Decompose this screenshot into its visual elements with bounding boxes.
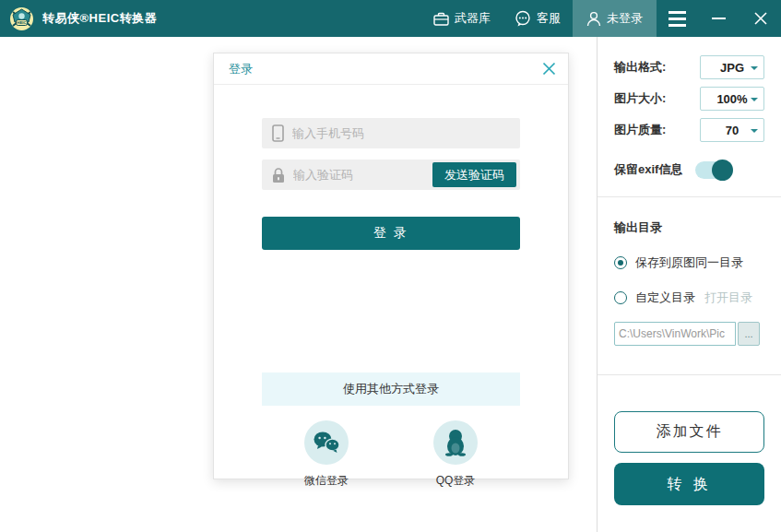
qq-label: QQ登录 [436,473,476,489]
user-icon [586,11,601,27]
chevron-down-icon [751,66,758,70]
menu-button[interactable] [657,0,698,37]
lock-icon [272,167,285,183]
add-files-button[interactable]: 添加文件 [614,411,764,453]
login-button[interactable]: 登 录 [262,217,520,250]
image-quality-dropdown[interactable]: 70 [700,118,764,142]
output-format-value: JPG [720,61,744,75]
login-dialog-title: 登录 [229,61,253,77]
exif-row: 保留exif信息 [614,159,764,181]
login-dialog-header: 登录 [214,53,568,85]
image-size-row: 图片大小: 100% [614,87,764,111]
exif-toggle[interactable] [695,161,732,179]
radio-same-dir-label: 保存到原图同一目录 [635,254,743,271]
wechat-circle [304,420,349,465]
support-label: 客服 [537,10,561,27]
toggle-knob [712,160,733,181]
phone-icon [272,124,284,142]
radio-custom-dir-label: 自定义目录 [635,290,695,306]
login-dialog: 登录 发送验证码 登 录 使用其他方式登录 [213,53,569,479]
output-format-label: 输出格式: [614,59,666,76]
close-icon [542,62,556,76]
dialog-close-button[interactable] [542,62,556,76]
close-window-button[interactable] [740,0,781,37]
chevron-down-icon [751,98,758,101]
minimize-button[interactable] [698,0,740,37]
divider [598,374,781,375]
phone-input[interactable] [292,126,516,140]
image-size-label: 图片大小: [614,90,666,107]
send-code-button[interactable]: 发送验证码 [432,162,516,187]
radio-custom-dir[interactable]: 自定义目录 打开目录 [614,290,764,306]
hamburger-icon [669,11,686,27]
wechat-label: 微信登录 [304,473,349,489]
open-dir-link[interactable]: 打开目录 [704,290,752,306]
image-quality-label: 图片质量: [614,122,666,138]
minimize-icon [712,18,726,19]
output-dir-heading: 输出目录 [614,219,764,236]
app-logo-icon: HEIC [9,6,34,31]
qq-penguin-icon [444,429,467,456]
convert-button[interactable]: 转 换 [614,463,764,505]
path-row: ... [614,322,764,346]
social-login-row: 微信登录 QQ登录 [262,420,520,489]
browse-button[interactable]: ... [738,322,760,346]
settings-sidebar: 输出格式: JPG 图片大小: 100% 图片质量: 70 保留exif信息 输… [597,37,781,532]
wechat-login-button[interactable]: 微信登录 [271,420,382,489]
svg-text:HEIC: HEIC [17,20,27,25]
chat-bubble-icon [515,10,531,27]
verification-code-input[interactable] [293,168,432,182]
code-field-wrapper: 发送验证码 [262,160,520,190]
other-login-methods-band: 使用其他方式登录 [262,372,520,406]
login-status-label: 未登录 [607,10,643,27]
close-icon [753,11,768,26]
login-status-button[interactable]: 未登录 [573,0,657,37]
divider [598,196,781,197]
radio-selected-icon [614,256,627,269]
output-format-row: 输出格式: JPG [614,55,764,79]
radio-unselected-icon [614,291,627,304]
support-button[interactable]: 客服 [503,0,573,37]
briefcase-icon [433,12,449,26]
exif-label: 保留exif信息 [614,161,682,178]
titlebar: HEIC 转易侠®HEIC转换器 武器库 客服 [0,0,781,37]
image-size-dropdown[interactable]: 100% [700,87,764,111]
wechat-icon [313,431,340,455]
qq-circle [433,420,478,465]
radio-same-dir[interactable]: 保存到原图同一目录 [614,254,764,271]
image-quality-value: 70 [726,124,739,137]
output-path-input[interactable] [614,322,736,346]
image-size-value: 100% [716,92,747,106]
image-quality-row: 图片质量: 70 [614,118,764,142]
qq-login-button[interactable]: QQ登录 [400,420,511,489]
arsenal-button[interactable]: 武器库 [421,0,503,37]
app-title: 转易侠®HEIC转换器 [42,10,157,27]
output-format-dropdown[interactable]: JPG [700,55,764,79]
arsenal-label: 武器库 [455,10,491,27]
chevron-down-icon [751,129,758,133]
phone-field-wrapper [262,118,520,148]
